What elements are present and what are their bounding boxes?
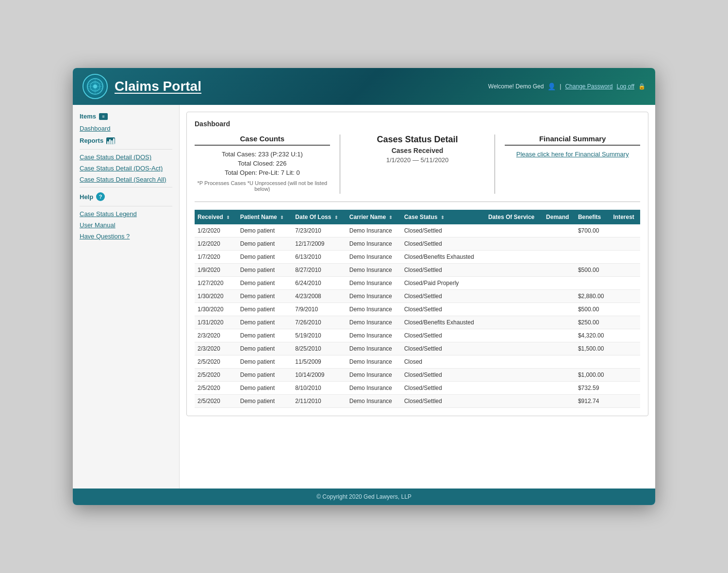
table-cell-7: $2,880.00 — [575, 290, 611, 303]
col-received[interactable]: Received ⇕ — [195, 210, 237, 224]
case-status-dos-act-label: Case Status Detail (DOS-Act) — [80, 165, 163, 172]
table-cell-5 — [485, 369, 543, 382]
table-cell-3: Demo Insurance — [347, 395, 401, 408]
total-closed: Total Closed: 226 — [195, 160, 330, 167]
table-cell-3: Demo Insurance — [347, 316, 401, 329]
table-row[interactable]: 1/7/2020Demo patient6/13/2010Demo Insura… — [195, 251, 640, 264]
table-cell-7: $1,500.00 — [575, 342, 611, 355]
sidebar-help-label[interactable]: Help ? — [73, 189, 179, 204]
table-cell-7: $732.59 — [575, 382, 611, 395]
sidebar-case-status-legend[interactable]: Case Status Legend — [73, 208, 179, 219]
items-icon: ≡ — [99, 113, 108, 120]
sidebar-user-manual[interactable]: User Manual — [73, 219, 179, 231]
sidebar-case-status-dos-act[interactable]: Case Status Detail (DOS-Act) — [73, 163, 179, 174]
financial-link[interactable]: Please click here for Financial Summary — [516, 151, 629, 158]
sidebar-items-label[interactable]: Items ≡ — [73, 110, 179, 123]
have-questions-label: Have Questions ? — [80, 233, 130, 240]
table-cell-6 — [543, 342, 575, 355]
table-row[interactable]: 2/3/2020Demo patient5/19/2010Demo Insura… — [195, 329, 640, 342]
table-cell-3: Demo Insurance — [347, 224, 401, 237]
table-row[interactable]: 1/2/2020Demo patient7/23/2010Demo Insura… — [195, 224, 640, 237]
table-row[interactable]: 2/5/2020Demo patient10/14/2009Demo Insur… — [195, 369, 640, 382]
table-row[interactable]: 2/5/2020Demo patient8/10/2010Demo Insura… — [195, 382, 640, 395]
table-row[interactable]: 2/3/2020Demo patient8/25/2010Demo Insura… — [195, 342, 640, 355]
table-cell-4: Closed/Settled — [401, 369, 485, 382]
col-case-status[interactable]: Case Status ⇕ — [401, 210, 485, 224]
table-cell-7 — [575, 277, 611, 290]
table-cell-5 — [485, 342, 543, 355]
table-cell-8 — [611, 329, 641, 342]
table-cell-1: Demo patient — [237, 290, 293, 303]
table-row[interactable]: 2/5/2020Demo patient11/5/2009Demo Insura… — [195, 355, 640, 369]
table-cell-5 — [485, 251, 543, 264]
table-cell-4: Closed/Settled — [401, 342, 485, 355]
table-cell-8 — [611, 264, 641, 277]
table-cell-3: Demo Insurance — [347, 342, 401, 355]
table-cell-2: 7/23/2010 — [292, 224, 346, 237]
dashboard-container: Dashboard Case Counts Total Cases: 233 (… — [186, 112, 648, 416]
col-interest[interactable]: Interest — [611, 210, 641, 224]
sidebar-case-status-dos[interactable]: Case Status Detail (DOS) — [73, 152, 179, 163]
table-cell-2: 10/14/2009 — [292, 369, 346, 382]
table-cell-5 — [485, 316, 543, 329]
table-cell-7 — [575, 237, 611, 251]
table-row[interactable]: 1/27/2020Demo patient6/24/2010Demo Insur… — [195, 277, 640, 290]
table-cell-1: Demo patient — [237, 355, 293, 369]
sidebar-reports-label[interactable]: Reports — [73, 134, 179, 147]
financial-section: Financial Summary Please click here for … — [495, 135, 640, 194]
cases-status-section: Cases Status Detail Cases Received 1/1/2… — [340, 135, 496, 194]
sidebar-case-status-search-all[interactable]: Case Status Detail (Search All) — [73, 174, 179, 185]
table-row[interactable]: 1/31/2020Demo patient7/26/2010Demo Insur… — [195, 316, 640, 329]
table-cell-7 — [575, 251, 611, 264]
browser-frame: Claims Portal Welcome! Demo Ged 👤 | Chan… — [73, 68, 655, 505]
table-cell-7: $1,000.00 — [575, 369, 611, 382]
table-row[interactable]: 2/5/2020Demo patient2/11/2010Demo Insura… — [195, 395, 640, 408]
sidebar-divider-2 — [80, 187, 172, 187]
table-cell-0: 2/5/2020 — [195, 382, 237, 395]
table-cell-1: Demo patient — [237, 342, 293, 355]
log-off-link[interactable]: Log off — [617, 83, 634, 90]
table-cell-4: Closed/Settled — [401, 395, 485, 408]
table-cell-8 — [611, 277, 641, 290]
table-cell-2: 12/17/2009 — [292, 237, 346, 251]
col-carrier[interactable]: Carrier Name ⇕ — [347, 210, 401, 224]
case-counts-section: Case Counts Total Cases: 233 (P:232 U:1)… — [195, 135, 340, 194]
col-demand[interactable]: Demand — [543, 210, 575, 224]
dashboard-label: Dashboard — [80, 125, 111, 132]
table-cell-5 — [485, 277, 543, 290]
table-cell-1: Demo patient — [237, 369, 293, 382]
table-cell-4: Closed/Settled — [401, 382, 485, 395]
table-cell-5 — [485, 395, 543, 408]
change-password-link[interactable]: Change Password — [565, 83, 612, 90]
table-cell-3: Demo Insurance — [347, 369, 401, 382]
col-benefits[interactable]: Benefits — [575, 210, 611, 224]
summary-row: Case Counts Total Cases: 233 (P:232 U:1)… — [195, 135, 640, 202]
reports-text: Reports — [80, 137, 103, 144]
table-row[interactable]: 1/9/2020Demo patient8/27/2010Demo Insura… — [195, 264, 640, 277]
table-cell-2: 8/27/2010 — [292, 264, 346, 277]
col-dol[interactable]: Date Of Loss ⇕ — [292, 210, 346, 224]
sidebar-item-dashboard[interactable]: Dashboard — [73, 123, 179, 134]
table-cell-0: 2/3/2020 — [195, 342, 237, 355]
sidebar-have-questions[interactable]: Have Questions ? — [73, 231, 179, 242]
table-cell-6 — [543, 303, 575, 316]
copyright-text: © Copyright 2020 Ged Lawyers, LLP — [316, 493, 412, 500]
table-cell-5 — [485, 290, 543, 303]
table-cell-7: $700.00 — [575, 224, 611, 237]
table-cell-1: Demo patient — [237, 277, 293, 290]
user-icon: 👤 — [547, 83, 556, 90]
content-area: Dashboard Case Counts Total Cases: 233 (… — [180, 105, 655, 489]
table-cell-4: Closed — [401, 355, 485, 369]
table-row[interactable]: 1/2/2020Demo patient12/17/2009Demo Insur… — [195, 237, 640, 251]
table-row[interactable]: 1/30/2020Demo patient4/23/2008Demo Insur… — [195, 290, 640, 303]
table-cell-2: 2/11/2010 — [292, 395, 346, 408]
col-patient-name[interactable]: Patient Name ⇕ — [237, 210, 293, 224]
table-cell-3: Demo Insurance — [347, 329, 401, 342]
sidebar: Items ≡ Dashboard Reports — [73, 105, 180, 489]
case-status-dos-label: Case Status Detail (DOS) — [80, 153, 151, 161]
help-text: Help — [80, 193, 93, 201]
table-cell-2: 6/24/2010 — [292, 277, 346, 290]
col-dos[interactable]: Dates Of Service — [485, 210, 543, 224]
table-cell-1: Demo patient — [237, 382, 293, 395]
table-row[interactable]: 1/30/2020Demo patient7/9/2010Demo Insura… — [195, 303, 640, 316]
